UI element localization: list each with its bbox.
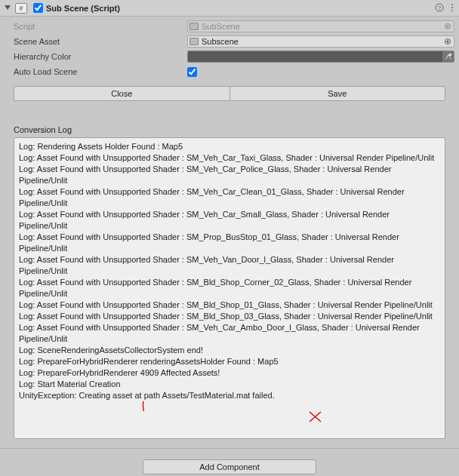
context-menu-icon[interactable]: [448, 3, 456, 14]
close-button[interactable]: Close: [14, 86, 230, 101]
color-picker-icon[interactable]: [442, 51, 454, 62]
scene-asset-field[interactable]: Subscene: [187, 35, 454, 48]
log-line: Log: Rendering Assets Holder Found : Map…: [19, 141, 440, 152]
component-title: Sub Scene (Script): [46, 4, 435, 13]
svg-text:?: ?: [438, 5, 442, 11]
log-line: Log: Asset Found with Unsupported Shader…: [19, 299, 440, 311]
log-line: Log: Asset Found with Unsupported Shader…: [19, 152, 440, 164]
svg-point-9: [447, 41, 449, 43]
component-enabled-checkbox[interactable]: [33, 3, 43, 13]
help-icon[interactable]: ?: [435, 3, 444, 14]
auto-load-label: Auto Load Scene: [14, 67, 187, 76]
button-row: Close Save: [0, 83, 459, 104]
scene-asset-label: Scene Asset: [14, 37, 187, 46]
log-line: Log: Asset Found with Unsupported Shader…: [19, 311, 440, 322]
log-line: Log: Asset Found with Unsupported Shader…: [19, 209, 440, 232]
log-line: Log: PrepareForHybridRenderer renderingA…: [19, 356, 440, 367]
hierarchy-color-field[interactable]: [187, 51, 454, 63]
save-button[interactable]: Save: [230, 86, 446, 101]
color-swatch: [188, 51, 442, 62]
log-line: Log: Start Material Creation: [19, 379, 440, 390]
log-line: Log: PrepareForHybridRenderer 4909 Affec…: [19, 367, 440, 379]
annotation-mark-2: [307, 410, 324, 428]
log-line: Log: Asset Found with Unsupported Shader…: [19, 322, 440, 345]
log-line: Log: Asset Found with Unsupported Shader…: [19, 277, 440, 299]
component-header[interactable]: # Sub Scene (Script) ?: [0, 0, 459, 17]
scene-asset-picker-icon[interactable]: [443, 37, 452, 46]
script-label: Script: [14, 22, 187, 31]
log-line: Log: Asset Found with Unsupported Shader…: [19, 164, 440, 186]
auto-load-checkbox[interactable]: [187, 67, 197, 77]
svg-point-7: [447, 26, 449, 28]
add-component-button[interactable]: Add Component: [143, 459, 316, 474]
script-obj-icon: [189, 23, 199, 30]
conversion-log-box: Log: Rendering Assets Holder Found : Map…: [14, 137, 445, 439]
svg-point-5: [451, 10, 453, 11]
subscene-component: # Sub Scene (Script) ? Script SubScene S…: [0, 0, 459, 476]
log-line: Log: Asset Found with Unsupported Shader…: [19, 254, 440, 277]
log-line: UnityException: Creating asset at path A…: [19, 390, 440, 401]
svg-point-4: [451, 7, 453, 8]
conversion-log-label: Conversion Log: [0, 104, 459, 137]
svg-rect-10: [449, 54, 451, 56]
script-value: SubScene: [202, 22, 240, 31]
log-line: Log: SceneRenderingAssetsCollectorSystem…: [19, 345, 440, 356]
svg-marker-0: [5, 5, 11, 10]
annotation-mark-1: [140, 399, 153, 416]
script-picker-icon: [443, 22, 452, 31]
scene-asset-value: Subscene: [202, 37, 239, 46]
hierarchy-color-label: Hierarchy Color: [14, 52, 187, 61]
scene-asset-obj-icon: [189, 38, 199, 45]
fields-area: Script SubScene Scene Asset Subscene Hie…: [0, 17, 459, 83]
log-line: Log: Asset Found with Unsupported Shader…: [19, 232, 440, 254]
script-icon: #: [15, 3, 27, 14]
script-field: SubScene: [187, 20, 454, 32]
foldout-toggle[interactable]: [3, 4, 12, 13]
svg-point-3: [451, 4, 453, 5]
log-line: Log: Asset Found with Unsupported Shader…: [19, 186, 440, 209]
add-component-row: Add Component: [0, 448, 459, 476]
